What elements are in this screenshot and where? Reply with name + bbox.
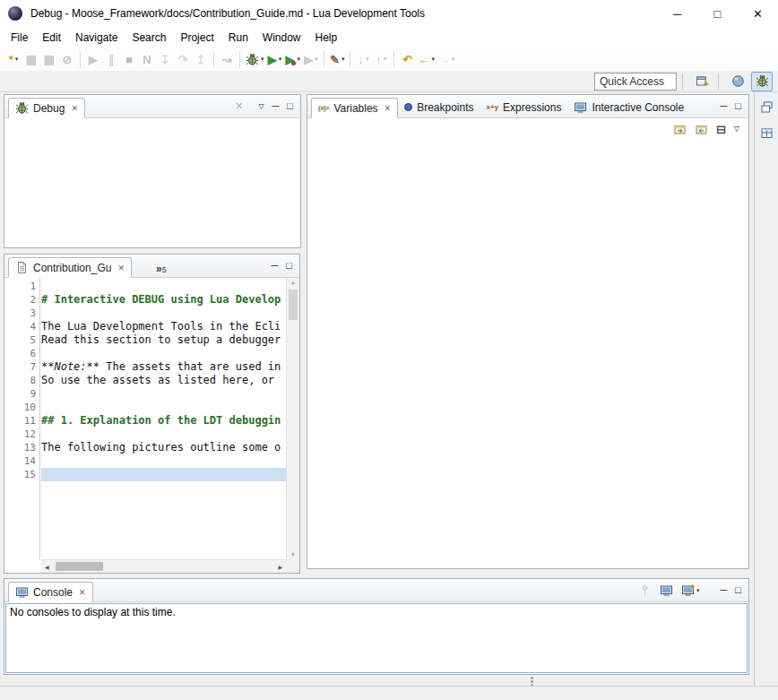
debug-button[interactable]: ▾ [244,49,266,69]
scroll-down-icon[interactable]: ▼ [287,552,299,557]
vertical-scroll-thumb[interactable] [289,290,298,320]
editor-minimize-icon[interactable]: ─ [272,261,279,271]
menu-navigate[interactable]: Navigate [68,29,125,47]
variables-content-area[interactable] [307,118,748,568]
new-dropdown-icon[interactable]: ▾ [15,56,19,63]
variables-view-tab-expressions[interactable]: x+yExpressions [480,97,568,117]
scrollbar-corner [286,559,299,573]
variables-minimize-icon[interactable]: ─ [721,101,728,111]
run-dropdown-icon[interactable]: ▾ [279,56,282,63]
sash-handle[interactable] [531,677,533,679]
ldt-perspective-button[interactable] [727,72,748,91]
editor-line[interactable] [41,387,286,401]
forward-dropdown-icon: ▾ [452,56,455,63]
editor-line[interactable]: ## 1. Explanation of the LDT debuggin [41,414,286,428]
menu-file[interactable]: File [4,29,35,47]
vertical-scrollbar[interactable]: ▲ ▼ [286,278,299,559]
editor-line[interactable]: The Lua Development Tools in the Ecli [41,320,286,333]
debug-minimize-icon[interactable]: ─ [272,101,280,111]
horizontal-scrollbar[interactable]: ◀ ▶ [41,559,286,573]
quick-access-input[interactable]: Quick Access [594,73,677,91]
editor-line[interactable]: **Note:** The assets that are used in [41,360,286,374]
close-tab-icon[interactable]: ✕ [79,588,86,597]
open-perspective-button[interactable] [691,72,713,91]
window-minimize-button[interactable]: ─ [657,0,697,27]
step-return-icon: ↥ [196,54,206,65]
console-view-tab-console[interactable]: Console✕ [8,582,93,602]
variables-view-tab-breakpoints[interactable]: Breakpoints [398,97,480,117]
run-history-button[interactable]: ▶▾ [284,49,303,69]
menu-window[interactable]: Window [255,29,308,47]
debug-view-tab-label: Debug [33,102,65,115]
collapse-all-button[interactable]: ⊟ [716,124,726,135]
debug-tree-area[interactable] [4,118,300,247]
editor-tab-contribution-guide[interactable]: Contribution_Gu✕ [8,257,132,278]
editor-line[interactable] [41,454,286,468]
scroll-left-icon[interactable]: ◀ [45,564,49,570]
menu-search[interactable]: Search [125,29,173,47]
console-maximize-icon[interactable]: □ [735,585,741,595]
editor-line[interactable] [41,280,286,293]
run-history-dot-icon [291,61,296,65]
editor-line[interactable]: # Interactive DEBUG using Lua Develop [41,293,286,307]
menu-help[interactable]: Help [308,29,345,47]
open-console-button[interactable]: ▾ [681,583,700,597]
editor-line[interactable] [41,401,286,414]
variables-view-tab-variables[interactable]: (x)=Variables✕ [311,98,398,118]
new-button[interactable]: *▾ [4,49,22,69]
back-dropdown-icon[interactable]: ▾ [431,56,435,63]
close-tab-icon[interactable]: ✕ [71,104,78,113]
window-maximize-button[interactable]: □ [697,0,738,27]
editor-line[interactable] [41,468,286,481]
editor-line[interactable]: So use the assets as listed here, or [41,374,286,387]
debug-dropdown-icon[interactable]: ▾ [261,56,264,63]
horizontal-scroll-thumb[interactable] [56,562,103,571]
editor-maximize-icon[interactable]: □ [286,261,292,271]
external-tools-dropdown-icon: ▾ [315,56,318,63]
title-bar: Debug - Moose_Framework/docs/Contributio… [0,0,778,27]
console-minimize-icon[interactable]: ─ [721,585,728,595]
editor-line[interactable] [41,428,286,441]
step-over-icon: ↷ [178,54,188,65]
code-area[interactable]: # Interactive DEBUG using Lua DevelopThe… [41,280,286,559]
menu-project[interactable]: Project [173,29,220,47]
debug-perspective-button[interactable] [751,72,773,91]
open-perspective-area [688,72,713,91]
run-history-dropdown-icon[interactable]: ▾ [298,56,301,63]
variables-maximize-icon[interactable]: □ [735,101,741,111]
display-selected-console-button[interactable] [660,583,673,597]
code-text: ## 1. Explanation of the LDT debuggin [41,414,281,427]
menu-edit[interactable]: Edit [35,29,68,47]
variables-view-menu-icon[interactable]: ▽ [734,125,739,133]
debug-view-tab-debug[interactable]: Debug✕ [8,98,85,118]
new-lua-script-dropdown-icon[interactable]: ▾ [341,56,345,63]
run-button[interactable]: ▶▾ [266,49,284,69]
close-tab-icon[interactable]: ✕ [117,264,125,272]
show-type-names-button[interactable] [673,123,687,136]
console-icon [15,585,29,599]
open-console-dropdown-icon[interactable]: ▾ [696,587,700,594]
editor-tab-overflow[interactable]: »5 [151,256,171,277]
editor-line[interactable]: Read this section to setup a debugger [41,333,286,347]
show-logical-structure-button[interactable] [695,123,708,136]
editor-line[interactable] [41,307,286,320]
menu-run[interactable]: Run [221,29,255,47]
restore-minimized-view-button[interactable] [757,98,775,116]
scroll-right-icon[interactable]: ▶ [278,564,282,570]
close-tab-icon[interactable]: ✕ [385,104,392,113]
window-close-button[interactable]: ✕ [738,0,778,27]
debug-view-menu-icon[interactable]: ▽ [258,103,264,110]
minimized-view-palette-button[interactable] [757,124,775,142]
annotation-ruler[interactable] [4,278,16,559]
back-button[interactable]: ←▾ [416,49,437,69]
debug-maximize-icon[interactable]: □ [287,101,293,111]
last-edit-location-button[interactable]: ↶ [398,49,416,69]
editor-body: 123456789101112131415 # Interactive DEBU… [4,278,299,573]
variables-view-tab-interactive-console[interactable]: Interactive Console [567,97,690,117]
scroll-up-icon[interactable]: ▲ [287,280,299,285]
new-lua-script-button[interactable]: ✎▾ [328,49,346,69]
console-output-area[interactable]: No consoles to display at this time. [5,603,748,673]
editor-line[interactable] [41,347,286,360]
editor-line[interactable]: The following pictures outline some o [41,441,286,454]
external-tools-button: ▶▾ [302,49,320,69]
